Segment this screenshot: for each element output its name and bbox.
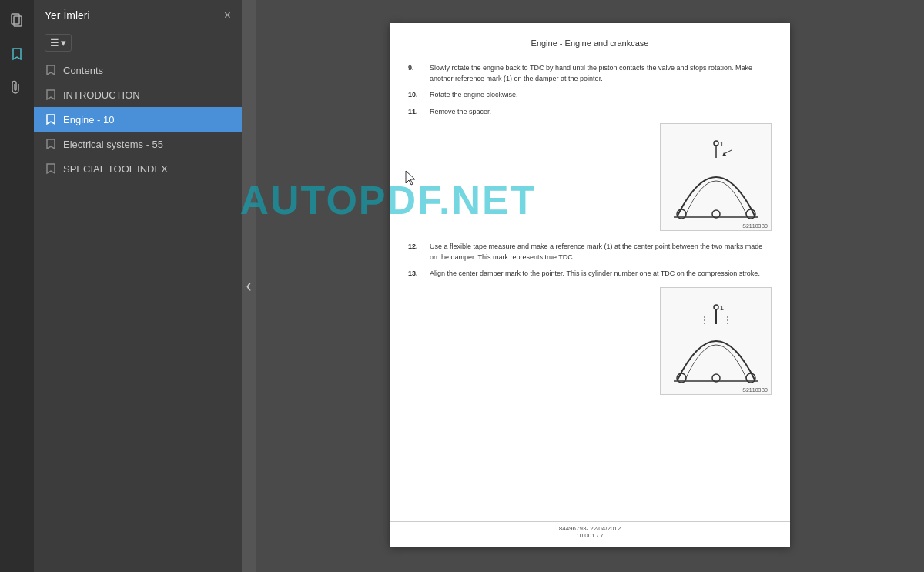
engine-diagram-2: 1: [666, 295, 766, 387]
page-item-11: 11. Remove the spacer.: [408, 107, 772, 118]
attachments-icon-btn[interactable]: [3, 74, 31, 102]
engine-diagram-1: 1: [666, 131, 766, 223]
item-text-9: Slowly rotate the engine back to TDC by …: [430, 63, 772, 84]
item-num-9: 9.: [408, 63, 424, 84]
sidebar-items-list: Contents INTRODUCTION Engine - 10 Electr…: [34, 58, 242, 572]
bookmark-icon-electrical: [45, 138, 57, 150]
page-header: Engine - Engine and crankcase: [408, 38, 772, 52]
item-text-12: Use a flexible tape measure and make a r…: [430, 242, 772, 263]
sidebar-header: Yer İmleri ×: [34, 0, 242, 31]
sidebar-toolbar-menu-btn[interactable]: ☰ ▾: [45, 34, 72, 52]
bookmark-icon-engine: [45, 113, 57, 125]
attachments-icon: [9, 80, 25, 95]
icon-bar: [0, 0, 34, 572]
figure-2: 1 S21103B0: [660, 287, 772, 395]
toolbar-dropdown-icon: ▾: [61, 37, 66, 49]
sidebar-collapse-button[interactable]: ❮: [242, 0, 256, 572]
main-area: AUTOPDF.NET Engine - Engine and crankcas…: [256, 0, 924, 572]
sidebar-item-label-electrical: Electrical systems - 55: [63, 139, 163, 150]
svg-text:1: 1: [720, 304, 724, 312]
item-num-13: 13.: [408, 269, 424, 279]
page-items: 9. Slowly rotate the engine back to TDC …: [408, 63, 772, 117]
item-text-13: Align the center damper mark to the poin…: [430, 269, 772, 279]
bookmark-icon-contents: [45, 64, 57, 76]
sidebar-item-electrical[interactable]: Electrical systems - 55: [34, 132, 242, 156]
bookmark-icon-introduction: [45, 89, 57, 101]
bookmarks-icon: [9, 46, 25, 62]
svg-rect-0: [12, 14, 19, 24]
page-header-text: Engine - Engine and crankcase: [531, 38, 649, 48]
sidebar-title: Yer İmleri: [45, 9, 90, 22]
page-footer: 84496793- 22/04/2012 10.001 / 7: [390, 521, 790, 539]
pdf-page: Engine - Engine and crankcase 9. Slowly …: [390, 23, 790, 547]
item-text-11: Remove the spacer.: [430, 107, 772, 118]
page-item-12: 12. Use a flexible tape measure and make…: [408, 242, 772, 263]
figure-1-label: S21103B0: [742, 223, 768, 229]
sidebar-item-label-special-tool: SPECIAL TOOL INDEX: [63, 163, 168, 175]
sidebar-item-label-engine: Engine - 10: [63, 114, 115, 125]
page-items-2: 12. Use a flexible tape measure and make…: [408, 242, 772, 279]
pages-icon-btn[interactable]: [3, 6, 31, 34]
page-number: 10.001 / 7: [576, 532, 604, 539]
sidebar-item-engine[interactable]: Engine - 10: [34, 107, 242, 132]
sidebar-item-label-introduction: INTRODUCTION: [63, 89, 140, 101]
toolbar-menu-icon: ☰: [50, 37, 59, 49]
bookmark-icon-special-tool: [45, 162, 57, 175]
svg-rect-1: [14, 16, 22, 26]
item-text-10: Rotate the engine clockwise.: [430, 90, 772, 101]
sidebar-item-introduction[interactable]: INTRODUCTION: [34, 82, 242, 107]
sidebar-toolbar: ☰ ▾: [34, 31, 242, 58]
pages-icon: [9, 12, 25, 28]
item-num-12: 12.: [408, 242, 424, 263]
page-body: 9. Slowly rotate the engine back to TDC …: [408, 63, 772, 395]
page-item-13: 13. Align the center damper mark to the …: [408, 269, 772, 279]
page-item-9: 9. Slowly rotate the engine back to TDC …: [408, 63, 772, 84]
svg-line-8: [724, 150, 732, 154]
item-num-11: 11.: [408, 107, 424, 118]
pdf-viewer[interactable]: Engine - Engine and crankcase 9. Slowly …: [256, 0, 924, 572]
svg-text:1: 1: [720, 140, 724, 148]
figure-2-label: S21103B0: [742, 387, 768, 393]
sidebar-item-label-contents: Contents: [63, 65, 103, 76]
collapse-icon: ❮: [246, 282, 252, 290]
sidebar-item-special-tool[interactable]: SPECIAL TOOL INDEX: [34, 156, 242, 181]
figure-1: 1 S21103B0: [660, 123, 772, 231]
page-item-10: 10. Rotate the engine clockwise.: [408, 90, 772, 101]
bookmarks-icon-btn[interactable]: [3, 40, 31, 68]
page-text-content: 9. Slowly rotate the engine back to TDC …: [408, 63, 772, 395]
item-num-10: 10.: [408, 90, 424, 101]
sidebar: Yer İmleri × ☰ ▾ Contents INTRODUCTION E…: [34, 0, 242, 572]
sidebar-item-contents[interactable]: Contents: [34, 58, 242, 82]
page-footer-doc: 84496793- 22/04/2012: [559, 525, 621, 532]
sidebar-close-button[interactable]: ×: [224, 9, 231, 22]
